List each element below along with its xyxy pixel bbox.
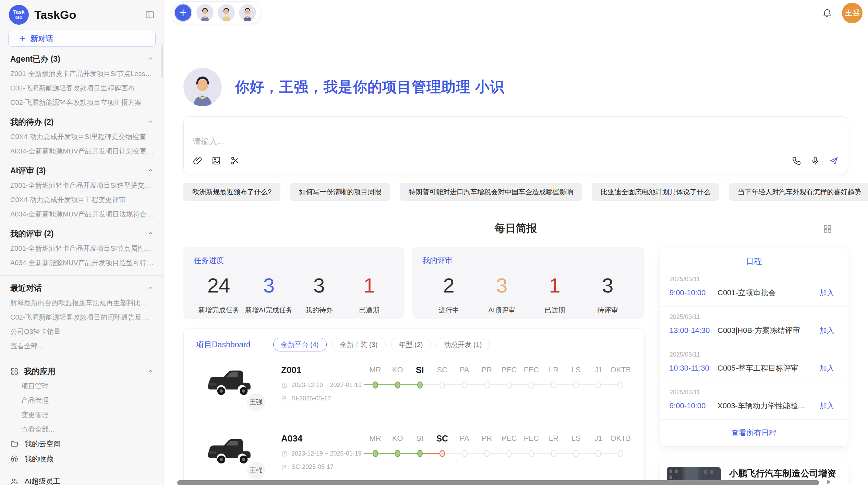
milestone-node-row [364, 378, 386, 392]
app-title: TaskGo [34, 8, 140, 22]
milestone-label: SI [409, 364, 431, 378]
chevron-up-icon[interactable] [147, 119, 154, 125]
add-conversation-button[interactable] [174, 3, 192, 22]
stat-label: 新增AI完成任务 [244, 306, 294, 315]
view-all-recent-link[interactable]: 查看全部... [0, 339, 164, 353]
milestone-label: FEC [520, 433, 543, 446]
sidebar-tool-people[interactable]: AI超级员工 [0, 474, 164, 485]
project-row[interactable]: 王强A0342023-12-19 ~ 2026-01-19SC-2025-05-… [184, 421, 644, 485]
user-avatar[interactable]: 王强 [842, 3, 863, 23]
chevron-up-icon[interactable] [147, 167, 154, 174]
sidebar-item[interactable]: Z001-全新燃油皮卡产品开发项目SI节点Lesson Learn报告 [0, 66, 164, 81]
sidebar-section-header[interactable]: Agent已办 (3) [0, 51, 164, 66]
section-title: 我的评审 (2) [10, 228, 54, 239]
suggestion-chip[interactable]: 当下年轻人对汽车外观有怎样的喜好趋势 [729, 183, 868, 201]
stat: 1已逾期 [344, 273, 394, 315]
sidebar-section-header[interactable]: AI评审 (3) [0, 163, 164, 178]
sidebar-app-item[interactable]: 项目管理 [0, 379, 164, 393]
sidebar-item[interactable]: Z001-全新燃油轻卡产品开发项目SI造型提交物评审 [0, 178, 164, 192]
sidebar-item[interactable]: C0X4-动力总成开发项目SI里程碑提交物检查 [0, 129, 164, 144]
filter-chip[interactable]: 全新平台 (4) [273, 338, 327, 351]
horizontal-scrollbar[interactable] [177, 480, 819, 485]
chevron-up-icon[interactable] [147, 230, 154, 237]
sidebar-item-label: AI超级员工 [25, 476, 60, 485]
chevron-up-icon[interactable] [147, 285, 154, 291]
milestone-column: SI [409, 364, 431, 392]
milestone-column: OKTB [610, 433, 632, 461]
conversation-avatar[interactable] [196, 4, 214, 21]
insert-image-icon[interactable] [211, 156, 221, 166]
milestone-label: PA [453, 364, 475, 378]
join-link[interactable]: 加入 [820, 288, 834, 298]
assistant-avatar [183, 68, 222, 106]
notifications-bell-icon[interactable] [822, 8, 832, 18]
conversation-avatar[interactable] [239, 4, 256, 21]
chevron-up-icon[interactable] [147, 368, 154, 375]
milestone-label: OKTB [610, 433, 632, 446]
attach-file-icon[interactable] [193, 156, 203, 166]
sidebar-item[interactable]: C02-飞腾新能源轻客改款项目立项汇报方案 [0, 95, 164, 110]
view-all-apps-link[interactable]: 查看全部... [0, 422, 164, 436]
milestone-node-row [453, 378, 475, 392]
sidebar-item[interactable]: 解释最新出台的欧盟报废车法规再生塑料比例被调至15%... [0, 296, 164, 310]
project-row[interactable]: 王强Z0012023-12-19 ~ 2027-01-19SI-2025-05-… [184, 352, 644, 421]
milestone-node-row [498, 446, 520, 461]
sidebar-item[interactable]: A034-全新新能源MUV产品开发项目计划变更表编写 [0, 144, 164, 158]
suggestion-chip[interactable]: 如何写一份清晰的项目周报 [290, 183, 390, 201]
sidebar-item-star[interactable]: 我的收藏 [0, 451, 164, 467]
conversation-avatar[interactable] [218, 4, 235, 21]
voice-call-icon[interactable] [792, 156, 802, 166]
apps-grid-icon [10, 367, 19, 375]
composer [183, 116, 848, 174]
milestone-node [618, 450, 623, 457]
project-car-image: 王强 [204, 433, 256, 467]
new-chat-button[interactable]: 新对话 [8, 31, 156, 47]
milestone-node [618, 382, 623, 389]
sidebar-section-header[interactable]: 最近对话 [0, 281, 164, 296]
milestone-node [439, 450, 445, 457]
scroll-right-arrow-icon[interactable] [825, 478, 832, 485]
send-message-icon[interactable] [829, 156, 839, 166]
sidebar-item[interactable]: C02-飞腾新能源轻客改款项目的闭环通告反馈情况 [0, 310, 164, 324]
chat-input[interactable] [193, 122, 839, 154]
sidebar-item[interactable]: C0X4-动力总成开发项目工程变更评审 [0, 192, 164, 207]
filter-chip[interactable]: 全新上装 (3) [332, 338, 386, 351]
sidebar-section-header[interactable]: 我的评审 (2) [0, 226, 164, 241]
filter-chip[interactable]: 年型 (2) [391, 338, 431, 351]
sidebar-item[interactable]: A034-全新新能源MUV产品开发项目法规符合性评审 [0, 207, 164, 221]
sidebar-section-header[interactable]: 我的待办 (2) [0, 114, 164, 129]
chevron-up-icon[interactable] [147, 55, 154, 62]
project-car-image: 王强 [204, 364, 256, 398]
milestone-node-row [520, 378, 543, 392]
join-link[interactable]: 加入 [820, 401, 834, 411]
join-link[interactable]: 加入 [820, 363, 834, 373]
layout-grid-icon[interactable] [823, 224, 832, 234]
collapse-sidebar-icon[interactable] [145, 10, 155, 20]
stat-value: 3 [581, 273, 635, 298]
join-link[interactable]: 加入 [820, 326, 834, 335]
main-area: 王强 你好，王强，我是你的项目管理助理 小识 欧洲新规最近颁布了什么?如何写一份… [164, 0, 868, 485]
sidebar-app-item[interactable]: 产品管理 [0, 393, 164, 408]
microphone-icon[interactable] [810, 156, 820, 166]
schedule-date: 2025/03/11 [670, 351, 834, 358]
view-all-schedule-link[interactable]: 查看所有日程 [660, 428, 848, 438]
milestone-label: PEC [498, 364, 520, 378]
left-column: 任务进度24新增完成任务3新增AI完成任务3我的待办1已逾期我的评审2进行中3A… [183, 247, 644, 485]
suggestion-chip[interactable]: 特朗普可能对进口汽车增税会对中国车企造成哪些影响 [400, 183, 582, 201]
screenshot-scissors-icon[interactable] [230, 156, 240, 166]
milestone-node-row [498, 378, 520, 392]
suggestion-chip[interactable]: 欧洲新规最近颁布了什么? [183, 183, 280, 201]
sidebar-item[interactable]: C02-飞腾新能源轻客改款项目里程碑画布 [0, 81, 164, 95]
milestone-node [529, 382, 534, 389]
sidebar-item-folder[interactable]: 我的云空间 [0, 436, 164, 451]
sidebar-scrollbar-thumb[interactable] [161, 45, 163, 77]
project-dashboard-card: 项目Dashboard 全新平台 (4)全新上装 (3)年型 (2)动总开发 (… [183, 328, 644, 485]
sidebar-item[interactable]: A034-全新新能源MUV产品开发项目造型可行性评审 [0, 256, 164, 270]
suggestion-chip[interactable]: 比亚迪全固态电池计划具体说了什么 [592, 183, 719, 201]
sidebar-section-header-apps[interactable]: 我的应用 [0, 364, 164, 379]
filter-chip[interactable]: 动总开发 (1) [436, 338, 490, 351]
sidebar-item[interactable]: Z001-全新燃油轻卡产品开发项目SI节点属性5D文件评审 [0, 241, 164, 256]
sidebar-app-item[interactable]: 变更管理 [0, 408, 164, 422]
project-date-range: 2023-12-19 ~ 2027-01-19 [291, 382, 362, 389]
sidebar-item[interactable]: 公司Q3轻卡销量 [0, 324, 164, 339]
